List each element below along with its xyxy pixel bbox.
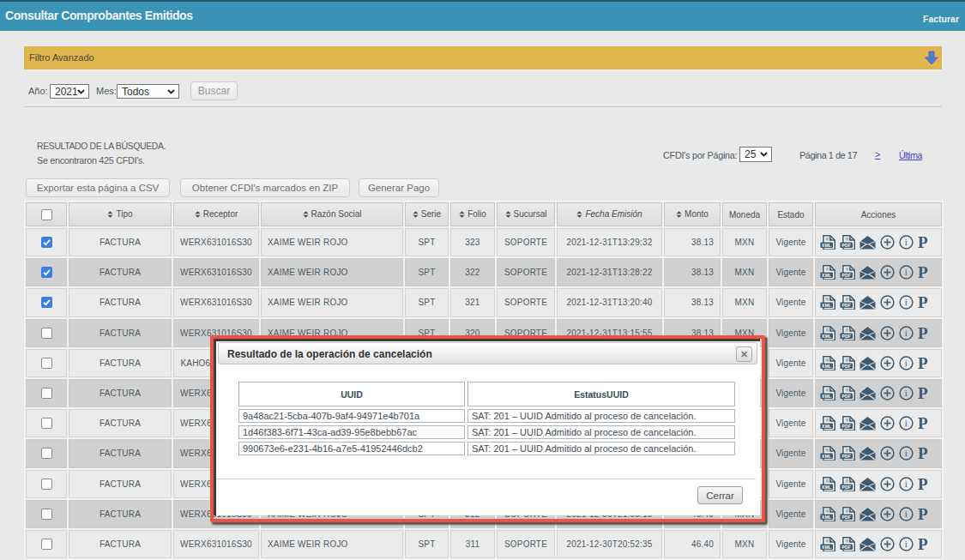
svg-text:PDF: PDF xyxy=(841,424,851,429)
svg-text:i: i xyxy=(905,509,908,519)
svg-text:i: i xyxy=(905,328,908,338)
svg-text:i: i xyxy=(905,418,908,429)
svg-text:PDF: PDF xyxy=(841,484,851,489)
svg-text:XML: XML xyxy=(822,544,831,549)
svg-text:PDF: PDF xyxy=(841,243,851,248)
svg-text:PDF: PDF xyxy=(841,394,851,399)
svg-text:XML: XML xyxy=(822,484,831,489)
svg-text:PDF: PDF xyxy=(841,544,851,549)
svg-text:XML: XML xyxy=(822,363,831,368)
svg-text:XML: XML xyxy=(822,514,831,519)
svg-text:XML: XML xyxy=(822,243,831,248)
svg-text:XML: XML xyxy=(822,394,831,399)
svg-text:XML: XML xyxy=(822,454,831,459)
svg-text:XML: XML xyxy=(822,333,831,338)
svg-text:PDF: PDF xyxy=(841,303,851,308)
svg-text:i: i xyxy=(905,479,908,489)
svg-text:i: i xyxy=(905,298,908,308)
svg-text:i: i xyxy=(905,449,908,459)
svg-text:i: i xyxy=(905,237,908,247)
svg-text:PDF: PDF xyxy=(841,273,851,278)
svg-text:XML: XML xyxy=(822,303,831,308)
svg-text:PDF: PDF xyxy=(841,454,851,459)
svg-text:PDF: PDF xyxy=(841,333,851,338)
svg-text:i: i xyxy=(905,388,908,398)
svg-text:i: i xyxy=(905,268,908,278)
svg-text:XML: XML xyxy=(822,424,831,429)
svg-text:PDF: PDF xyxy=(841,514,851,519)
svg-text:XML: XML xyxy=(822,273,831,278)
svg-text:PDF: PDF xyxy=(841,363,851,368)
svg-text:i: i xyxy=(905,358,908,368)
svg-text:i: i xyxy=(905,539,908,549)
